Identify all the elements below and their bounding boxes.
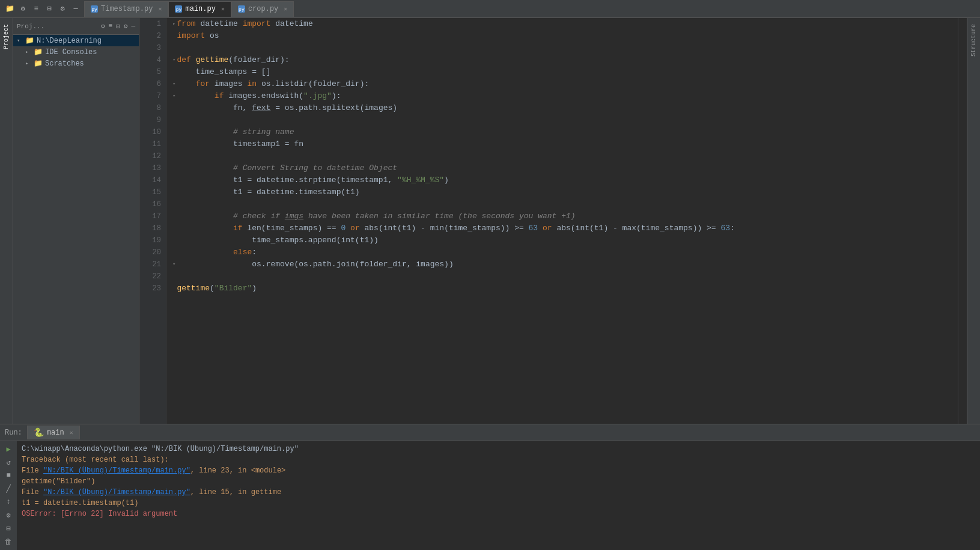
run-frame-1-file-text: File — [22, 466, 43, 475]
code-line-20: else: — [172, 246, 958, 258]
code-line-17: # check if imgs have been taken in simil… — [172, 210, 958, 222]
py-icon-crop: py — [238, 5, 245, 13]
fold-1[interactable]: ▸ — [172, 18, 175, 30]
arrow-ide-consoles: ▸ — [25, 49, 31, 55]
run-print-button[interactable]: ⊟ — [3, 523, 14, 534]
fold-6[interactable]: ▾ — [172, 78, 175, 90]
code-line-4: ▾ def gettime(folder_dir): — [172, 54, 958, 66]
run-frame-1-code: gettime("Bilder") — [22, 476, 975, 487]
run-frame-2-file-text: File — [22, 488, 43, 497]
code-line-1: ▸ from datetime import datetime — [172, 18, 958, 30]
run-frame-1-loc: , line 23, in <module> — [190, 466, 285, 475]
tab-timestamp[interactable]: py Timestamp.py ✕ — [84, 1, 168, 17]
run-settings-button[interactable]: ⚙ — [3, 510, 14, 521]
tab-timestamp-close[interactable]: ✕ — [158, 5, 162, 13]
top-toolbar: 📁 ⚙ ≡ ⊟ ⚙ — py Timestamp.py ✕ py main.py… — [0, 0, 980, 18]
run-scroll-button[interactable]: ↕ — [3, 497, 14, 507]
code-line-6: ▾ for images in os.listdir(folder_dir): — [172, 78, 958, 90]
py-icon-timestamp: py — [91, 5, 98, 13]
run-tab-close[interactable]: ✕ — [70, 429, 73, 436]
code-line-22 — [172, 270, 958, 283]
code-line-18: if len(time_stamps) == 0 or abs(int(t1) … — [172, 222, 958, 234]
tree-item-deeplearning[interactable]: ▾ 📁 N:\DeepLearning — [13, 35, 139, 46]
code-line-10: # string name — [172, 126, 958, 138]
tree-item-ide-label: IDE Consoles — [45, 48, 97, 57]
py-icon-main: py — [175, 5, 182, 13]
tree-item-scratches[interactable]: ▸ 📁 Scratches — [22, 58, 139, 69]
arrow-deeplearning: ▾ — [17, 37, 23, 44]
fold-21[interactable]: ▾ — [172, 258, 175, 270]
right-vtabs: Structure — [967, 18, 980, 424]
run-play-button[interactable]: ▶ — [3, 444, 14, 454]
code-line-5: time_stamps = [] — [172, 66, 958, 78]
run-content: C:\winapp\Anaconda\python.exe "N:/BIK (Ü… — [17, 441, 980, 550]
sidebar-header: Proj... ⚙ ≡ ⊟ ⚙ — — [13, 18, 139, 35]
code-line-8: fn, fext = os.path.splitext(images) — [172, 102, 958, 114]
run-frame-2-code: t1 = datetime.timestamp(t1) — [22, 498, 975, 509]
sidebar-icon-minus[interactable]: — — [131, 22, 135, 30]
tab-main-close[interactable]: ✕ — [221, 5, 225, 13]
tab-crop-close[interactable]: ✕ — [284, 5, 287, 13]
sidebar-icon-tune[interactable]: ⊟ — [116, 22, 120, 30]
tab-timestamp-label: Timestamp.py — [101, 5, 153, 13]
code-line-11: timestamp1 = fn — [172, 138, 958, 150]
run-tab-main[interactable]: 🐍 main ✕ — [27, 426, 80, 439]
sidebar-icon-gear[interactable]: ⚙ — [124, 22, 128, 30]
tab-crop-label: crop.py — [248, 5, 278, 13]
sidebar-icon-cog[interactable]: ⚙ — [101, 22, 105, 30]
code-line-14: t1 = datetime.strptime(timestamp1, "%H_%… — [172, 174, 958, 186]
sidebar: Proj... ⚙ ≡ ⊟ ⚙ — ▾ 📁 N:\DeepLearning ▸ … — [13, 18, 139, 424]
run-frame-1: File "N:/BIK (Übung)/Timestamp/main.py",… — [22, 465, 975, 476]
tree-item-ide-consoles[interactable]: ▸ 📁 IDE Consoles — [22, 46, 139, 58]
tree-item-deeplearning-label: N:\DeepLearning — [37, 37, 102, 45]
tree-item-scratches-label: Scratches — [45, 60, 84, 68]
list-icon[interactable]: ≡ — [31, 4, 41, 14]
code-line-2: import os — [172, 30, 958, 42]
right-gutter — [958, 18, 967, 424]
run-tab-main-label: main — [47, 429, 64, 437]
tab-main[interactable]: py main.py ✕ — [168, 1, 231, 17]
run-traceback-header: Traceback (most recent call last): — [22, 454, 975, 465]
run-frame-2-link[interactable]: "N:/BIK (Übung)/Timestamp/main.py" — [43, 488, 190, 497]
run-controls: ▶ ↺ ■ ╱ ↕ ⚙ ⊟ 🗑 — [0, 441, 17, 550]
run-frame-1-link[interactable]: "N:/BIK (Übung)/Timestamp/main.py" — [43, 466, 190, 475]
code-line-21: ▾ os.remove(os.path.join(folder_dir, ima… — [172, 258, 958, 270]
main-layout: Project Proj... ⚙ ≡ ⊟ ⚙ — ▾ 📁 N:\DeepLea… — [0, 18, 980, 424]
vtab-structure[interactable]: Structure — [969, 20, 979, 60]
run-label: Run: — [5, 429, 22, 437]
run-tab-bar: Run: 🐍 main ✕ — [0, 424, 980, 441]
minimize-icon[interactable]: — — [71, 4, 81, 14]
tune-icon[interactable]: ⊟ — [44, 4, 54, 14]
run-rerun-button[interactable]: ↺ — [3, 457, 14, 468]
run-stop-button[interactable]: ■ — [3, 470, 14, 481]
code-area: 12345 678910 1112131415 1617181920 21222… — [139, 18, 967, 424]
left-vtabs: Project — [0, 18, 13, 424]
gear2-icon[interactable]: ⚙ — [58, 4, 67, 14]
fold-7[interactable]: ▾ — [172, 90, 175, 102]
code-line-13: # Convert String to datetime Object — [172, 162, 958, 174]
fold-2 — [172, 30, 175, 42]
tab-main-label: main.py — [185, 5, 215, 13]
arrow-scratches: ▸ — [25, 60, 31, 67]
folder-icon: 📁 — [5, 4, 14, 14]
code-line-16 — [172, 198, 958, 210]
tab-crop[interactable]: py crop.py ✕ — [231, 1, 294, 17]
vtab-project[interactable]: Project — [1, 20, 11, 53]
settings-icon[interactable]: ⚙ — [18, 4, 28, 14]
folder-ide-icon: 📁 — [34, 47, 43, 57]
run-trash-button[interactable]: 🗑 — [3, 536, 14, 547]
sidebar-icon-list[interactable]: ≡ — [109, 22, 113, 30]
code-line-15: t1 = datetime.timestamp(t1) — [172, 186, 958, 198]
run-panel-body: ▶ ↺ ■ ╱ ↕ ⚙ ⊟ 🗑 C:\winapp\Anaconda\pytho… — [0, 441, 980, 550]
fold-4[interactable]: ▾ — [172, 54, 175, 66]
code-line-3 — [172, 42, 958, 54]
folder-scratches-icon: 📁 — [34, 59, 43, 68]
run-close-button[interactable]: ╱ — [3, 483, 14, 494]
snake-icon: 🐍 — [34, 427, 44, 438]
run-error-message: OSError: [Errno 22] Invalid argument — [22, 509, 975, 519]
bottom-panel: Run: 🐍 main ✕ ▶ ↺ ■ ╱ ↕ ⚙ ⊟ 🗑 C:\winapp\… — [0, 424, 980, 550]
folder-deeplearning-icon: 📁 — [25, 36, 34, 45]
code-line-9 — [172, 114, 958, 126]
tab-bar: py Timestamp.py ✕ py main.py ✕ py crop.p… — [84, 1, 294, 17]
code-content[interactable]: ▸ from datetime import datetime import o… — [166, 18, 958, 424]
